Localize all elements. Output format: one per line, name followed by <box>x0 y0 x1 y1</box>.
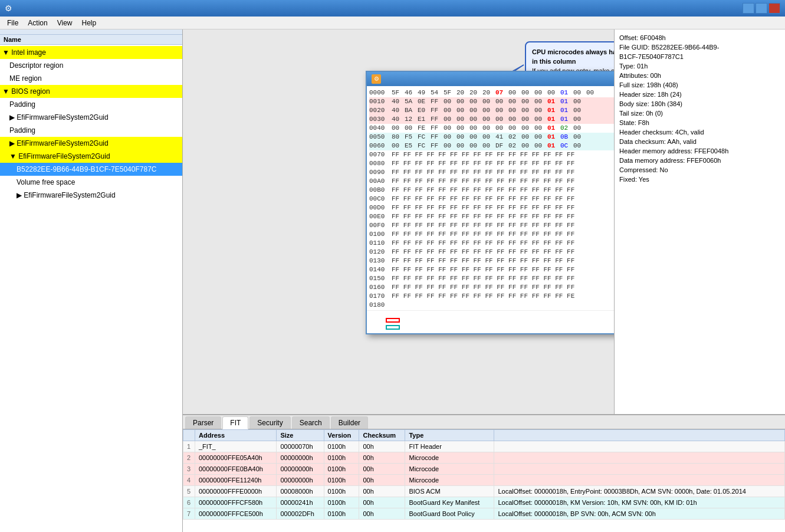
hex-row: 0150FF FF FF FF FF FF FF FF FF FF FF FF … <box>369 274 614 283</box>
cell-type: FIT Header <box>405 441 494 452</box>
tree-item-padding2[interactable]: Padding <box>0 124 182 137</box>
cell-num: 6 <box>183 497 195 508</box>
right-top: ⚙ ✕ 0000 5F4649545F202020070000000001000… <box>183 29 785 414</box>
col-extra <box>494 430 785 441</box>
hex-row: 00B0FF FF FF FF FF FF FF FF FF FF FF FF … <box>369 186 614 195</box>
cell-num: 1 <box>183 441 195 452</box>
tree-item-efifs3[interactable]: ▼ EfiFirmwareFileSystem2Guid <box>0 150 182 163</box>
cell-type: Microcode <box>405 464 494 475</box>
hex-row: 0040 0000FEFF0000000000000000010200 ..þÿ… <box>369 124 614 133</box>
cell-address: 00000000FFE05A40h <box>195 452 277 464</box>
hex-row: 0060 00E5FCFF00000000DF020000010C00 .åüÿ… <box>369 142 614 150</box>
structure-col-name: Name <box>0 35 182 45</box>
titlebar: ⚙ <box>0 0 785 17</box>
hex-row: 00E0FF FF FF FF FF FF FF FF FF FF FF FF … <box>369 212 614 221</box>
col-size: Size <box>277 430 324 441</box>
structure-header <box>0 29 182 35</box>
cell-num: 7 <box>183 508 195 520</box>
app-container: ⚙ File Action View Help Name ▼ Intel ima… <box>0 0 785 532</box>
tree-item-efifs4[interactable]: ▶ EfiFirmwareFileSystem2Guid <box>0 189 182 202</box>
cell-address: 00000000FFE0BA40h <box>195 464 277 475</box>
cell-type: Microcode <box>405 452 494 464</box>
hex-row: 0000 5F4649545F2020200700000000010000 _F… <box>369 88 614 97</box>
tree-item-guid-file[interactable]: B52282EE-9B66-44B9-B1CF-7E5040F787C <box>0 163 182 176</box>
close-button[interactable] <box>768 3 780 14</box>
cell-size: 000002DFh <box>277 508 324 520</box>
hex-content[interactable]: 0000 5F4649545F2020200700000000010000 _F… <box>367 86 614 310</box>
tab-search[interactable]: Search <box>292 416 330 429</box>
menubar: File Action View Help <box>0 17 785 29</box>
col-address: Address <box>195 430 277 441</box>
info-panel: Offset: 6F0048h File GUID: B52282EE-9B66… <box>614 29 785 414</box>
hex-row: 00A0FF FF FF FF FF FF FF FF FF FF FF FF … <box>369 177 614 186</box>
table-row[interactable]: 7 00000000FFFCE500h 000002DFh 0100h 00h … <box>183 508 785 520</box>
tab-parser[interactable]: Parser <box>185 416 221 429</box>
col-checksum: Checksum <box>359 430 405 441</box>
hex-row: 0120FF FF FF FF FF FF FF FF FF FF FF FF … <box>369 248 614 257</box>
cell-type: Microcode <box>405 475 494 486</box>
tree-item-me[interactable]: ME region <box>0 72 182 85</box>
menu-action[interactable]: Action <box>23 18 52 28</box>
cell-extra <box>494 464 785 475</box>
col-version: Version <box>324 430 359 441</box>
cell-address: _FIT_ <box>195 441 277 452</box>
fit-table-body: 1 _FIT_ 00000070h 0100h 00h FIT Header 2… <box>183 441 785 520</box>
maximize-button[interactable] <box>756 3 767 14</box>
hex-row: 0050 80F5FCFF0000000041020000010B00 .õüÿ… <box>369 133 614 142</box>
hex-row: 0170FF FF FF FF FF FF FF FF FF FF FF FF … <box>369 292 614 301</box>
cell-size: 00000000h <box>277 464 324 475</box>
hex-row: 0160FF FF FF FF FF FF FF FF FF FF FF FF … <box>369 283 614 292</box>
tree-item-intel-image[interactable]: ▼ Intel image <box>0 46 182 59</box>
hex-row: 0070FF FF FF FF FF FF FF FF FF FF FF FF … <box>369 150 614 159</box>
fit-table-container[interactable]: Address Size Version Checksum Type 1 _FI… <box>183 429 785 532</box>
menu-help[interactable]: Help <box>77 18 101 28</box>
cell-checksum: 00h <box>359 441 405 452</box>
cell-version: 0100h <box>324 475 359 486</box>
tree-item-padding1[interactable]: Padding <box>0 98 182 111</box>
legend-cyan <box>386 325 400 330</box>
table-row[interactable]: 5 00000000FFFE0000h 00008000h 0100h 00h … <box>183 486 785 497</box>
hex-title-icon: ⚙ <box>372 74 381 84</box>
menu-view[interactable]: View <box>52 18 77 28</box>
tab-builder[interactable]: Builder <box>331 416 368 429</box>
structure-panel: Name ▼ Intel image Descriptor region ME … <box>0 29 183 532</box>
table-row[interactable]: 4 00000000FFE11240h 00000000h 0100h 00h … <box>183 475 785 486</box>
table-row[interactable]: 6 00000000FFFCF580h 00000241h 0100h 00h … <box>183 497 785 508</box>
col-type: Type <box>405 430 494 441</box>
table-row[interactable]: 1 _FIT_ 00000070h 0100h 00h FIT Header <box>183 441 785 452</box>
cell-version: 0100h <box>324 452 359 464</box>
cell-checksum: 00h <box>359 452 405 464</box>
cell-checksum: 00h <box>359 497 405 508</box>
tree-item-efifs2[interactable]: ▶ EfiFirmwareFileSystem2Guid <box>0 137 182 150</box>
table-row[interactable]: 2 00000000FFE05A40h 00000000h 0100h 00h … <box>183 452 785 464</box>
minimize-button[interactable] <box>743 3 754 14</box>
tree-item-bios[interactable]: ▼ BIOS region <box>0 85 182 98</box>
tab-security[interactable]: Security <box>249 416 290 429</box>
cell-extra <box>494 441 785 452</box>
tree-item-descriptor[interactable]: Descriptor region <box>0 59 182 72</box>
cell-address: 00000000FFFCE500h <box>195 508 277 520</box>
tab-fit[interactable]: FIT <box>222 416 248 429</box>
hex-row: 0080FF FF FF FF FF FF FF FF FF FF FF FF … <box>369 159 614 168</box>
cell-version: 0100h <box>324 486 359 497</box>
cell-version: 0100h <box>324 464 359 475</box>
table-row[interactable]: 3 00000000FFE0BA40h 00000000h 0100h 00h … <box>183 464 785 475</box>
right-side: ⚙ ✕ 0000 5F4649545F202020070000000001000… <box>183 29 785 532</box>
cell-checksum: 00h <box>359 475 405 486</box>
tree-item-efifs1[interactable]: ▶ EfiFirmwareFileSystem2Guid <box>0 111 182 124</box>
cell-num: 3 <box>183 464 195 475</box>
cell-type: BootGuard Key Manifest <box>405 497 494 508</box>
hex-row: 0020 40BAE0FF0000000000000000010100 @ºàÿ… <box>369 106 614 115</box>
cell-address: 00000000FFFE0000h <box>195 486 277 497</box>
cell-address: 00000000FFE11240h <box>195 475 277 486</box>
cell-checksum: 00h <box>359 464 405 475</box>
menu-file[interactable]: File <box>2 18 23 28</box>
cell-size: 00000000h <box>277 452 324 464</box>
cell-checksum: 00h <box>359 508 405 520</box>
cell-type: BootGuard Boot Policy <box>405 508 494 520</box>
hex-row: 0100FF FF FF FF FF FF FF FF FF FF FF FF … <box>369 230 614 239</box>
tree-item-vol-free[interactable]: Volume free space <box>0 176 182 189</box>
cell-version: 0100h <box>324 508 359 520</box>
legend-red <box>386 318 400 323</box>
tab-bar: Parser FIT Security Search Builder <box>183 415 785 429</box>
